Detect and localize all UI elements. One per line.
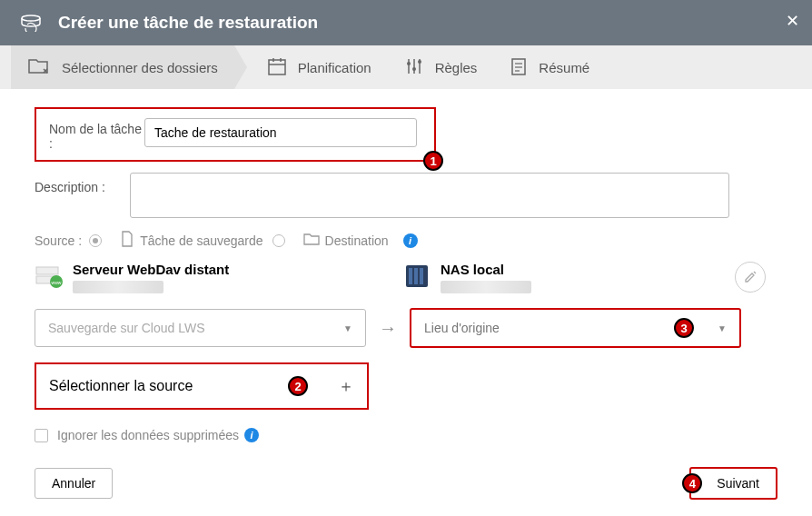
select-row: Sauvegarde sur Cloud LWS ▼ → Lieu d'orig… [35, 308, 777, 348]
dialog-footer: Annuler 4 Suivant [35, 467, 777, 500]
tab-summary[interactable]: Résumé [493, 45, 606, 89]
arrow-right-icon: → [379, 318, 397, 339]
source-label: Source : [35, 233, 82, 248]
task-name-label: Nom de la tâche : [49, 118, 144, 151]
dest-device-title: NAS local [441, 262, 531, 277]
callout-badge-1: 1 [423, 151, 443, 171]
devices-row: www Serveur WebDav distant NAS local [35, 262, 777, 293]
dest-device-sub [441, 281, 531, 293]
webdav-icon: www [35, 262, 64, 291]
tab-rules[interactable]: Règles [388, 45, 494, 89]
close-icon[interactable]: ✕ [786, 11, 799, 31]
cancel-button[interactable]: Annuler [35, 468, 113, 499]
sliders-icon [404, 56, 424, 79]
source-device-sub [73, 281, 163, 293]
tab-select-folders[interactable]: Sélectionner des dossiers [11, 45, 234, 89]
radio-backup-task[interactable] [89, 234, 102, 247]
nas-icon [402, 262, 431, 291]
ignore-deleted-checkbox[interactable] [35, 429, 48, 442]
source-radio-group: Source : Tâche de sauvegarde Destination… [35, 231, 777, 251]
chevron-down-icon: ▼ [718, 323, 727, 333]
plus-icon: ＋ [338, 375, 354, 397]
svg-rect-1 [269, 60, 285, 74]
description-label: Description : [35, 173, 130, 194]
task-name-input[interactable] [144, 118, 417, 147]
destination-select-value: Lieu d'origine [424, 321, 500, 335]
description-group: Description : [35, 173, 777, 218]
next-button-label: Suivant [717, 476, 759, 491]
svg-rect-20 [409, 268, 412, 284]
svg-rect-22 [420, 268, 423, 284]
radio-destination[interactable] [272, 234, 285, 247]
svg-point-9 [412, 67, 416, 71]
svg-text:www: www [52, 280, 62, 285]
folder-select-icon [27, 56, 51, 79]
tab-scheduling[interactable]: Planification [251, 45, 388, 89]
backup-select[interactable]: Sauvegarde sur Cloud LWS ▼ [35, 309, 366, 347]
tab-label: Planification [298, 60, 371, 75]
restore-icon [18, 14, 44, 32]
radio-dest-label: Destination [325, 233, 389, 248]
destination-select[interactable]: Lieu d'origine 3 ▼ [410, 308, 741, 348]
svg-point-0 [22, 15, 40, 21]
svg-point-8 [407, 62, 411, 65]
select-source-label: Sélectionner la source [49, 378, 193, 394]
summary-icon [510, 56, 528, 79]
callout-badge-2: 2 [288, 376, 308, 396]
wizard-tabs: Sélectionner des dossiers Planification … [0, 45, 812, 89]
dialog-title: Créer une tâche de restauration [58, 13, 318, 33]
svg-rect-21 [414, 268, 418, 284]
form-content: Nom de la tâche : 1 Description : Source… [0, 89, 812, 461]
dialog-header: Créer une tâche de restauration ✕ [0, 0, 812, 45]
dest-device: NAS local [402, 262, 766, 293]
ignore-deleted-row: Ignorer les données supprimées i [35, 428, 777, 442]
next-button[interactable]: 4 Suivant [689, 467, 777, 500]
tab-label: Sélectionner des dossiers [62, 60, 218, 75]
svg-rect-15 [36, 267, 58, 274]
select-source-button[interactable]: Sélectionner la source 2 ＋ [35, 362, 369, 410]
info-icon[interactable]: i [244, 428, 259, 442]
description-input[interactable] [130, 173, 729, 218]
chevron-down-icon: ▼ [343, 323, 352, 333]
source-device-title: Serveur WebDav distant [73, 262, 229, 277]
calendar-icon [267, 56, 287, 79]
file-icon [120, 231, 134, 251]
ignore-deleted-label: Ignorer les données supprimées [57, 428, 239, 442]
source-device: www Serveur WebDav distant [35, 262, 402, 293]
callout-badge-4: 4 [682, 473, 702, 493]
svg-point-10 [418, 60, 421, 64]
folder-icon [303, 232, 320, 250]
info-icon[interactable]: i [403, 233, 418, 248]
edit-destination-button[interactable] [735, 262, 766, 293]
task-name-group: Nom de la tâche : 1 [35, 107, 436, 162]
callout-badge-3: 3 [674, 318, 694, 338]
backup-select-value: Sauvegarde sur Cloud LWS [48, 321, 205, 335]
tab-label: Résumé [539, 60, 589, 75]
tab-label: Règles [435, 60, 478, 75]
radio-backup-label: Tâche de sauvegarde [140, 233, 262, 248]
